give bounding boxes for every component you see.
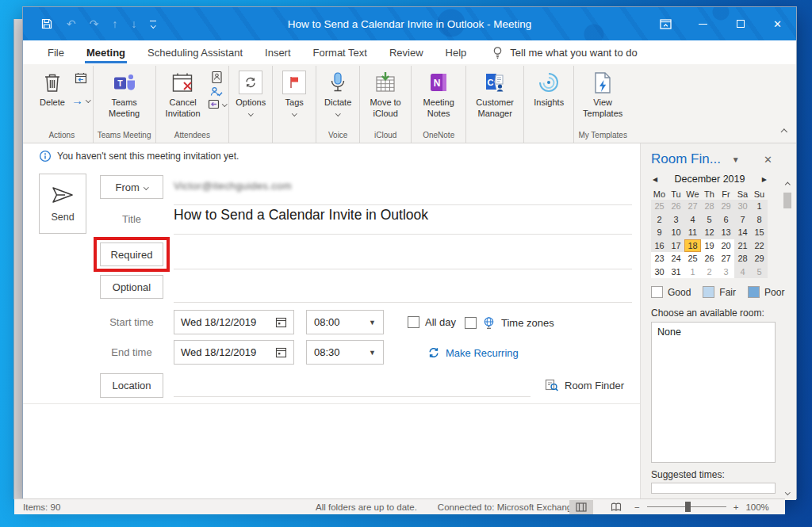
calendar-day[interactable]: 5 [751,265,768,279]
calendar-day[interactable]: 29 [751,252,768,265]
tell-me-box[interactable]: Tell me what you want to do [492,46,637,59]
checkbox-icon[interactable] [465,317,477,329]
scroll-up-icon[interactable] [785,182,790,187]
calendar-day[interactable]: 21 [734,239,751,253]
calendar-day[interactable]: 7 [734,213,751,227]
tab-help[interactable]: Help [435,40,478,64]
customer-manager-button[interactable]: C Customer Manager [469,66,521,120]
close-button[interactable]: ✕ [759,7,796,40]
date-picker-icon[interactable] [275,346,287,358]
calendar-day[interactable]: 8 [751,213,768,227]
calendar-day[interactable]: 9 [651,226,668,239]
teams-meeting-button[interactable]: T Teams Meeting [96,66,153,120]
tab-scheduling-assistant[interactable]: Scheduling Assistant [136,40,254,64]
view-templates-button[interactable]: View Templates [576,66,629,120]
undo-icon[interactable]: ↶ [67,17,76,30]
zoom-slider[interactable] [647,506,726,507]
calendar-day[interactable]: 4 [684,213,701,227]
suggested-times-list[interactable] [651,483,776,494]
collapse-ribbon-button[interactable] [782,124,787,138]
next-month-icon[interactable]: ▶ [762,176,767,183]
calendar-day[interactable]: 25 [684,252,701,265]
time-zones-checkbox[interactable]: Time zones [465,316,554,330]
calendar-day[interactable]: 13 [718,226,734,239]
calendar-day[interactable]: 5 [701,213,718,227]
panel-dropdown-icon[interactable]: ▼ [732,155,740,164]
from-button[interactable]: From [100,175,163,199]
from-email-value[interactable]: Victor@itechguides.com [174,180,292,192]
calendar-day[interactable]: 23 [651,252,668,265]
minimize-button[interactable] [684,7,722,40]
tags-button[interactable]: Tags [275,66,313,115]
calendar-day[interactable]: 10 [668,226,684,239]
checkbox-icon[interactable] [408,316,419,328]
calendar-day[interactable]: 28 [701,200,718,213]
calendar-day[interactable]: 14 [734,226,751,239]
delete-button[interactable]: Delete [33,66,71,109]
copy-to-calendar-icon[interactable] [75,72,87,84]
zoom-in-icon[interactable]: + [733,502,739,512]
scrollbar-thumb[interactable] [783,193,791,208]
calendar-day[interactable]: 22 [751,239,768,253]
calendar-day[interactable]: 24 [668,252,684,265]
calendar-day[interactable]: 6 [718,213,734,227]
cancel-invitation-button[interactable]: Cancel Invitation [159,66,208,120]
zoom-out-icon[interactable]: − [634,502,640,512]
calendar-day[interactable]: 3 [668,213,684,227]
room-finder-link[interactable]: Room Finder [545,379,624,392]
all-day-checkbox[interactable]: All day [408,316,456,328]
end-date-input[interactable]: Wed 18/12/2019 [174,340,294,365]
move-up-icon[interactable]: ↑ [112,17,117,30]
forward-button[interactable]: → [71,94,90,106]
calendar-day[interactable]: 25 [651,200,668,213]
maximize-button[interactable] [722,7,759,40]
calendar-day[interactable]: 1 [751,200,768,213]
ribbon-display-options-button[interactable] [647,7,684,40]
required-button[interactable]: Required [100,242,163,266]
calendar-day[interactable]: 3 [718,265,734,279]
contact-card-icon[interactable] [211,71,223,84]
calendar-day[interactable]: 2 [701,265,718,279]
tab-meeting[interactable]: Meeting [75,40,136,64]
calendar-day[interactable]: 11 [684,226,701,239]
calendar-day[interactable]: 4 [734,265,751,279]
location-button[interactable]: Location [100,373,163,398]
calendar-day[interactable]: 27 [684,200,701,213]
panel-close-icon[interactable]: ✕ [764,154,772,166]
send-button[interactable]: Send [39,174,86,234]
calendar-day[interactable]: 1 [684,265,701,279]
calendar-day[interactable]: 16 [651,239,668,253]
calendar-day[interactable]: 26 [668,200,684,213]
room-list[interactable]: None [651,322,776,463]
calendar-day[interactable]: 15 [751,226,768,239]
panel-scrollbar[interactable] [781,180,794,500]
scroll-down-icon[interactable] [785,490,790,495]
room-list-item[interactable]: None [657,327,769,338]
calendar-day[interactable]: 2 [651,213,668,227]
make-recurring-link[interactable]: Make Recurring [427,346,519,359]
calendar-day[interactable]: 28 [734,252,751,265]
insights-button[interactable]: Insights [527,66,571,109]
customize-qat-icon[interactable] [150,21,156,28]
tab-format-text[interactable]: Format Text [302,40,378,64]
optional-button[interactable]: Optional [100,275,163,299]
response-options-button[interactable] [208,99,227,109]
person-check-icon[interactable] [210,86,223,97]
dictate-button[interactable]: Dictate [319,66,357,115]
calendar-day[interactable]: 19 [701,239,718,253]
tab-file[interactable]: File [36,40,75,64]
end-time-input[interactable]: 08:30 ▼ [306,340,384,365]
calendar-day[interactable]: 12 [701,226,718,239]
calendar-day[interactable]: 20 [718,239,734,253]
start-time-input[interactable]: 08:00 ▼ [306,310,384,334]
date-picker-icon[interactable] [275,316,287,328]
calendar-day[interactable]: 27 [718,252,734,265]
zoom-slider-thumb[interactable] [685,502,691,512]
normal-view-button[interactable] [569,500,593,514]
save-icon[interactable] [40,17,53,30]
calendar-day[interactable]: 30 [651,265,668,279]
tab-insert[interactable]: Insert [254,40,302,64]
calendar-day[interactable]: 26 [701,252,718,265]
calendar-day[interactable]: 30 [734,200,751,213]
previous-month-icon[interactable]: ◀ [653,176,657,183]
